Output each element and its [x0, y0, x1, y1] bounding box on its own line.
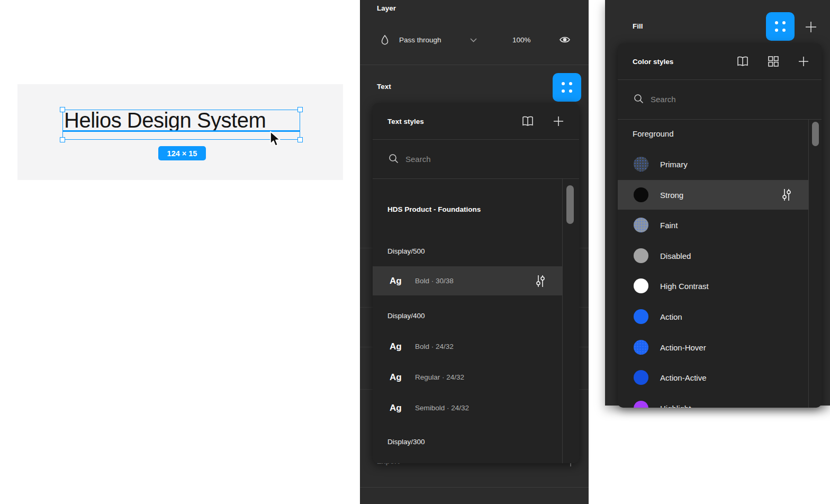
style-group-label: Display/400	[387, 312, 425, 320]
figma-dark-ui: Helios Design System 124 × 15 Layer Pass…	[0, 0, 830, 504]
grid-view-icon[interactable]	[766, 55, 780, 68]
color-styles-search[interactable]: Search	[618, 79, 822, 119]
color-swatch	[634, 340, 648, 355]
fill-section-title: Fill	[633, 22, 643, 30]
blend-mode-icon	[380, 34, 390, 46]
style-label: Regular · 24/32	[415, 363, 464, 392]
text-style-picker-button[interactable]	[553, 73, 581, 102]
add-text-style-icon[interactable]	[552, 114, 565, 128]
selection-handle-bottom-left[interactable]	[60, 137, 65, 142]
color-swatch	[634, 401, 648, 408]
text-style-row[interactable]: Ag Bold · 24/32	[373, 332, 562, 361]
search-placeholder: Search	[651, 79, 676, 119]
edit-style-sliders-icon[interactable]	[535, 275, 546, 287]
visibility-eye-icon[interactable]	[559, 35, 571, 44]
color-style-row-selected[interactable]: Strong	[618, 180, 808, 210]
color-swatch	[634, 309, 648, 324]
style-sample: Ag	[390, 393, 402, 422]
text-styles-title: Text styles	[387, 103, 424, 139]
text-styles-header: Text styles	[373, 103, 579, 139]
text-styles-popover: Text styles Search HDS Prod	[373, 103, 579, 463]
scrollbar-thumb[interactable]	[566, 185, 574, 224]
four-dots-icon	[775, 21, 786, 32]
text-style-row[interactable]: Ag Regular · 24/32	[373, 363, 562, 392]
color-style-row[interactable]: Action-Active	[618, 363, 808, 392]
text-section-title: Text	[377, 83, 391, 91]
search-placeholder: Search	[405, 139, 431, 178]
add-fill-icon[interactable]	[805, 21, 817, 33]
color-swatch	[634, 157, 648, 172]
color-styles-header: Color styles	[618, 43, 822, 79]
color-swatch	[634, 187, 648, 202]
style-sample: Ag	[390, 266, 402, 295]
mouse-cursor-icon	[269, 131, 284, 148]
blend-mode-select[interactable]: Pass through	[399, 36, 441, 44]
library-book-icon[interactable]	[521, 114, 535, 128]
style-label: Semibold · 24/32	[415, 393, 469, 422]
library-book-icon[interactable]	[736, 55, 750, 68]
scrollbar-track	[562, 179, 563, 463]
layer-opacity-value[interactable]: 100%	[512, 36, 531, 44]
chevron-down-icon[interactable]	[470, 38, 477, 42]
dimension-badge: 124 × 15	[158, 146, 206, 160]
text-style-row-selected[interactable]: Ag Bold · 30/38	[373, 266, 562, 295]
style-sample: Ag	[390, 332, 402, 361]
color-style-row[interactable]: Faint	[618, 210, 808, 240]
search-icon	[634, 94, 644, 104]
style-label: Bold · 30/38	[415, 266, 454, 295]
layer-section-title: Layer	[377, 4, 396, 12]
edit-style-sliders-icon[interactable]	[781, 188, 792, 201]
color-style-row[interactable]: Action	[618, 302, 808, 331]
color-swatch	[634, 248, 648, 263]
color-group-label: Foreground	[633, 129, 674, 138]
selection-handle-bottom-right[interactable]	[297, 137, 303, 142]
text-styles-search[interactable]: Search	[373, 139, 579, 178]
style-group-label: Display/300	[387, 438, 425, 446]
library-name: HDS Product - Foundations	[387, 205, 481, 213]
selection-text-bound	[62, 130, 300, 132]
color-swatch	[634, 218, 648, 232]
style-sample: Ag	[390, 363, 402, 392]
four-dots-icon	[562, 82, 572, 93]
text-style-row[interactable]: Ag Semibold · 24/32	[373, 393, 562, 422]
style-group-label: Display/500	[387, 247, 425, 255]
color-swatch	[634, 370, 648, 385]
add-color-style-icon[interactable]	[797, 55, 810, 68]
color-style-row[interactable]: Primary	[618, 149, 808, 179]
color-style-row[interactable]: Action-Hover	[618, 332, 808, 362]
selection-handle-top-right[interactable]	[297, 107, 303, 112]
scrollbar-thumb[interactable]	[812, 122, 819, 146]
style-label: Bold · 24/32	[415, 332, 454, 361]
search-icon	[389, 154, 399, 164]
selection-handle-top-left[interactable]	[60, 107, 65, 112]
color-styles-title: Color styles	[633, 43, 673, 79]
scrollbar-track	[808, 119, 809, 408]
color-style-picker-button[interactable]	[766, 12, 795, 41]
color-style-row[interactable]: Disabled	[618, 241, 808, 271]
color-swatch	[634, 278, 648, 293]
color-style-row[interactable]: Highlight	[618, 393, 808, 408]
color-style-row[interactable]: High Contrast	[618, 271, 808, 301]
color-styles-popover: Color styles	[618, 43, 822, 408]
selection-box[interactable]	[62, 110, 300, 140]
